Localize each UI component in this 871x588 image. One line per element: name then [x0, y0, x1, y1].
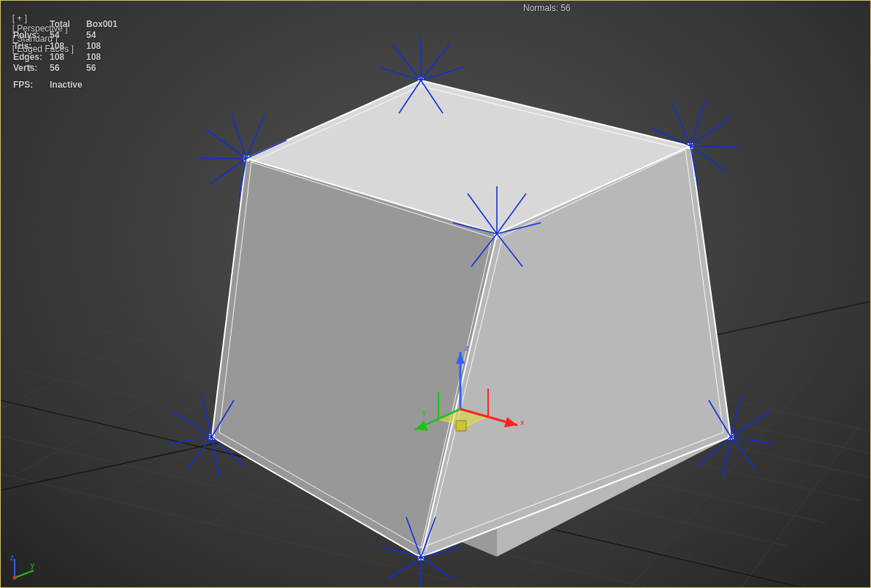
world-axis-indicator: y z: [9, 554, 38, 584]
svg-line-79: [388, 557, 421, 579]
svg-text:z: z: [10, 554, 14, 562]
svg-line-51: [392, 44, 421, 80]
svg-line-58: [691, 117, 731, 146]
stats-header-object: Box001: [86, 19, 123, 30]
gizmo-z-label: z: [465, 343, 469, 352]
gizmo-x-label: x: [520, 418, 525, 427]
svg-line-53: [421, 44, 450, 80]
svg-line-74: [186, 437, 212, 470]
svg-line-87: [731, 437, 775, 444]
svg-line-44: [206, 129, 246, 159]
svg-text:y: y: [31, 561, 34, 569]
stats-header-blank: [13, 19, 50, 30]
svg-line-59: [691, 101, 705, 146]
svg-line-55: [421, 67, 463, 80]
svg-line-88: [731, 437, 756, 470]
stats-header-total: Total: [50, 19, 86, 30]
fps-value: Inactive: [50, 80, 123, 91]
svg-line-54: [379, 67, 421, 80]
svg-point-95: [13, 576, 17, 580]
scene-stats: Total Box001 Polys:5454 Tris:108108 Edge…: [13, 19, 123, 91]
fps-label: FPS:: [13, 80, 50, 91]
svg-line-94: [15, 570, 34, 578]
gizmo-origin-cube[interactable]: [456, 421, 466, 431]
viewport-scene[interactable]: z x y: [0, 0, 871, 588]
svg-line-62: [691, 146, 727, 172]
svg-line-48: [210, 159, 246, 184]
gizmo-y-label: y: [422, 408, 427, 416]
svg-line-45: [232, 113, 246, 159]
svg-line-81: [421, 557, 454, 579]
normals-count-label: Normals: 56: [523, 3, 571, 13]
